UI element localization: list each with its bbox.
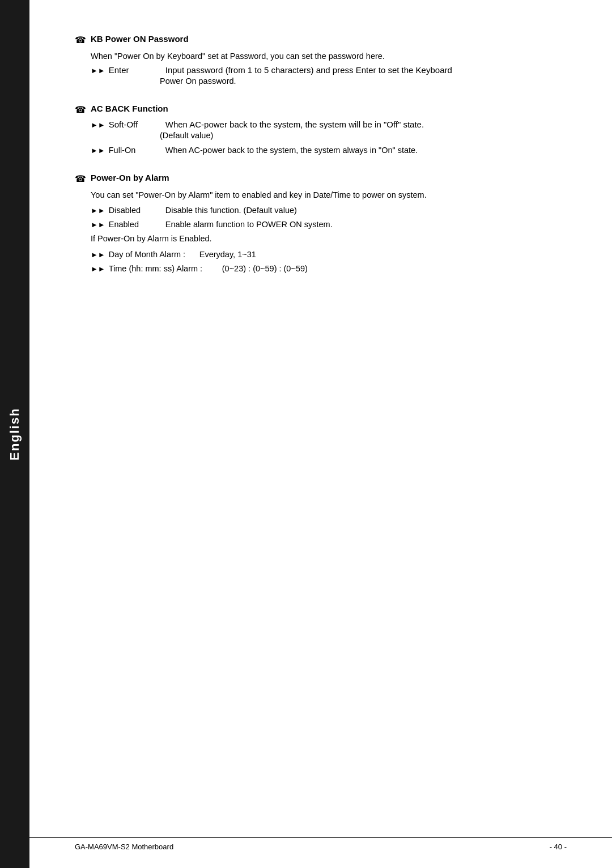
section-kb-power: ☎ KB Power ON Password (75, 34, 567, 45)
power-alarm-intro: You can set "Power-On by Alarm" item to … (91, 189, 567, 202)
power-alarm-title: Power-On by Alarm (91, 173, 169, 182)
bullet-label-softoff: Soft-Off (109, 120, 165, 129)
bullet-continuation: Power On password. (160, 75, 567, 88)
phone-icon-3: ☎ (75, 173, 86, 184)
bullet-label-disabled: Disabled (109, 204, 165, 217)
phone-icon-2: ☎ (75, 104, 86, 115)
bullet-desc-day: Everyday, 1~31 (199, 248, 567, 261)
bullet-continuation-softoff: (Default value) (160, 129, 567, 142)
power-alarm-time-bullet: ►► Time (hh: mm: ss) Alarm : (0~23) : (0… (91, 262, 567, 275)
bullet-label: Enter (109, 65, 165, 75)
arrow-icon: ►► (91, 66, 105, 75)
footer-page-number: - 40 - (550, 843, 567, 851)
bullet-desc-enabled: Enable alarm function to POWER ON system… (165, 218, 567, 231)
arrow-icon-6: ►► (91, 249, 105, 261)
arrow-icon-2: ►► (91, 121, 105, 129)
bullet-label-time: Time (hh: mm: ss) Alarm : (109, 262, 222, 275)
bullet-desc-fullon: When AC-power back to the system, the sy… (165, 144, 567, 157)
page-container: English ☎ KB Power ON Password When "Pow… (0, 0, 612, 868)
ac-back-title: AC BACK Function (91, 104, 168, 113)
power-alarm-bullet-enabled: ►► Enabled Enable alarm function to POWE… (91, 218, 567, 231)
section-power-alarm: ☎ Power-On by Alarm (75, 173, 567, 184)
power-alarm-extra-text: If Power-On by Alarm is Enabled. (91, 232, 567, 245)
arrow-icon-7: ►► (91, 263, 105, 275)
main-content: ☎ KB Power ON Password When "Power On by… (29, 0, 612, 868)
sidebar-label: English (7, 407, 22, 460)
bullet-label-enabled: Enabled (109, 218, 165, 231)
bullet-label-day: Day of Month Alarm : (109, 248, 199, 261)
phone-icon: ☎ (75, 35, 86, 45)
kb-power-bullet-enter: ►► Enter Input password (from 1 to 5 cha… (91, 65, 567, 88)
bullet-desc: Input password (from 1 to 5 characters) … (165, 65, 567, 75)
arrow-icon-3: ►► (91, 145, 105, 157)
kb-power-title: KB Power ON Password (91, 34, 189, 44)
page-footer: GA-MA69VM-S2 Motherboard - 40 - (29, 837, 612, 851)
kb-power-intro: When "Power On by Keyboard" set at Passw… (91, 50, 567, 63)
arrow-icon-5: ►► (91, 219, 105, 231)
footer-left-text: GA-MA69VM-S2 Motherboard (75, 843, 173, 851)
power-alarm-day-bullet: ►► Day of Month Alarm : Everyday, 1~31 (91, 248, 567, 261)
bullet-label-fullon: Full-On (109, 144, 165, 157)
bullet-desc-softoff: When AC-power back to the system, the sy… (165, 120, 567, 129)
bullet-desc-disabled: Disable this function. (Default value) (165, 204, 567, 217)
ac-back-bullet-softoff: ►► Soft-Off When AC-power back to the sy… (91, 120, 567, 142)
power-alarm-bullet-disabled: ►► Disabled Disable this function. (Defa… (91, 204, 567, 217)
arrow-icon-4: ►► (91, 205, 105, 217)
section-ac-back: ☎ AC BACK Function (75, 104, 567, 115)
ac-back-bullet-fullon: ►► Full-On When AC-power back to the sys… (91, 144, 567, 157)
sidebar: English (0, 0, 29, 868)
bullet-desc-time: (0~23) : (0~59) : (0~59) (222, 262, 567, 275)
